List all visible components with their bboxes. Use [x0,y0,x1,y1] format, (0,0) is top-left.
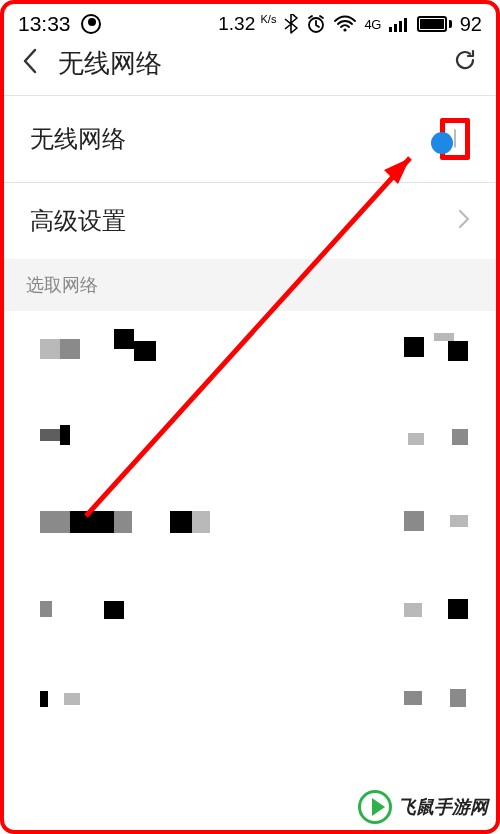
svg-rect-4 [399,21,402,32]
svg-rect-5 [404,18,407,32]
battery-percent: 92 [460,13,482,36]
watermark: 飞鼠手游网 [358,790,488,824]
screenshot-frame: 13:33 1.32 K/s 4G 92 无线网络 [0,0,500,834]
network-speed: 1.32 K/s [218,13,276,35]
wifi-toggle-row[interactable]: 无线网络 [4,96,496,182]
watermark-text: 飞鼠手游网 [398,795,488,819]
highlight-box [440,118,470,160]
chevron-right-icon [458,207,470,235]
bluetooth-icon [284,14,298,34]
battery-icon [417,16,452,32]
svg-point-1 [344,28,347,31]
watermark-logo-icon [358,790,392,824]
status-bar: 13:33 1.32 K/s 4G 92 [4,4,496,40]
svg-rect-3 [394,24,397,32]
network-type: 4G [364,18,380,31]
advanced-settings-row[interactable]: 高级设置 [4,183,496,259]
wifi-toggle[interactable] [454,129,456,148]
page-title: 无线网络 [58,46,452,81]
status-time: 13:33 [18,12,71,36]
network-list [4,311,496,791]
back-button[interactable] [22,48,38,79]
app-indicator-icon [81,14,101,34]
wifi-icon [334,15,356,33]
svg-rect-2 [389,27,392,32]
wifi-toggle-label: 无线网络 [30,123,126,155]
signal-icon [389,16,409,32]
advanced-label: 高级设置 [30,205,126,237]
choose-network-section: 选取网络 [4,259,496,311]
refresh-button[interactable] [452,47,478,80]
page-header: 无线网络 [4,40,496,95]
alarm-icon [306,14,326,34]
